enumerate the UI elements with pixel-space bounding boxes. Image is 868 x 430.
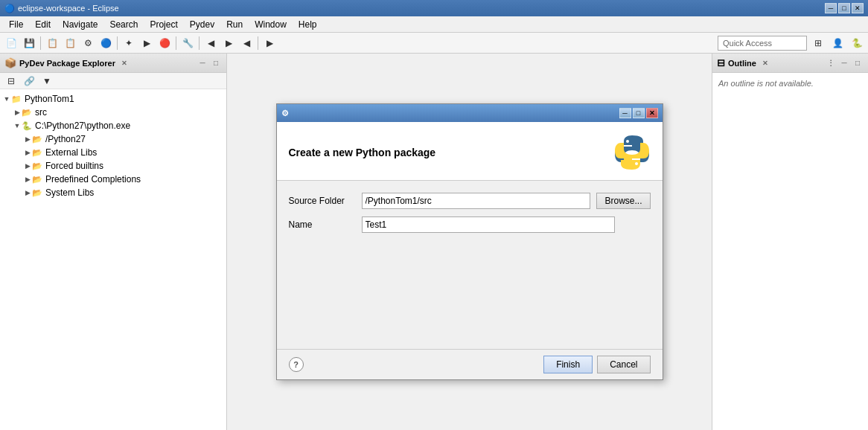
label-external-libs: External Libs — [45, 147, 97, 158]
finish-button[interactable]: Finish — [543, 356, 593, 373]
menu-file[interactable]: File — [3, 18, 29, 31]
dialog-title-bar-icon: ⚙ — [281, 109, 289, 118]
toolbar-btn-4[interactable]: 📋 — [62, 35, 78, 51]
outline-maximize-btn[interactable]: □ — [852, 57, 864, 69]
browse-button[interactable]: Browse... — [596, 193, 650, 209]
title-bar-left: 🔵 eclipse-workspace - Eclipse — [4, 4, 119, 13]
dialog-overlay: ⚙ ─ □ ✕ Create a new Python package — [227, 54, 712, 430]
outline-minimize-btn[interactable]: ─ — [838, 57, 850, 69]
collapse-all-btn[interactable]: ⊟ — [3, 73, 19, 89]
tree-item-python27[interactable]: ▶ 📂 /Python27 — [3, 132, 223, 146]
toolbar-icon-1[interactable]: 👤 — [829, 35, 846, 51]
toolbar-btn-7[interactable]: ✦ — [121, 35, 137, 51]
maximize-button[interactable]: □ — [838, 3, 850, 13]
toolbar-right: Quick Access ⊞ 👤 🐍 — [718, 35, 865, 51]
arrow-predefined: ▶ — [24, 176, 31, 183]
arrow-system-libs: ▶ — [24, 189, 31, 196]
panel-header-explorer: 📦 PyDev Package Explorer ✕ ─ □ — [0, 54, 226, 73]
tree-item-external-libs[interactable]: ▶ 📂 External Libs — [3, 146, 223, 159]
menu-window[interactable]: Window — [249, 18, 293, 31]
tree-item-predefined[interactable]: ▶ 📂 Predefined Completions — [3, 173, 223, 186]
explorer-tab-close[interactable]: ✕ — [121, 60, 127, 67]
toolbar-btn-9[interactable]: 🔧 — [179, 35, 196, 51]
menu-run[interactable]: Run — [220, 18, 249, 31]
dialog-maximize-btn[interactable]: □ — [633, 108, 645, 118]
menu-pydev[interactable]: Pydev — [184, 18, 220, 31]
explorer-icon: 📦 — [4, 57, 16, 68]
toolbar-btn-3[interactable]: 📋 — [44, 35, 60, 51]
menu-edit[interactable]: Edit — [29, 18, 57, 31]
source-folder-label: Source Folder — [289, 196, 356, 206]
view-menu-btn[interactable]: ▼ — [39, 73, 55, 89]
menu-search[interactable]: Search — [103, 18, 144, 31]
minimize-button[interactable]: ─ — [825, 3, 837, 13]
menu-help[interactable]: Help — [293, 18, 323, 31]
panel-minimize-btn[interactable]: ─ — [197, 57, 208, 69]
toolbar-sep-4 — [199, 36, 200, 50]
toolbar-sep-3 — [176, 36, 176, 50]
label-python27: /Python27 — [45, 134, 86, 144]
source-folder-input[interactable] — [362, 193, 591, 209]
package-explorer-tree: ▼ 📁 PythonTom1 ▶ 📂 src ▼ 🐍 C:\Python27\p… — [0, 89, 226, 430]
toolbar-btn-2[interactable]: 💾 — [21, 35, 37, 51]
dialog-title-bar: ⚙ ─ □ ✕ — [277, 104, 663, 122]
tree-item-src[interactable]: ▶ 📂 src — [3, 106, 223, 119]
perspectives-button[interactable]: ⊞ — [810, 35, 826, 51]
svg-point-1 — [635, 162, 638, 165]
toolbar-btn-13[interactable]: ▶ — [261, 35, 278, 51]
run-button[interactable]: ▶ — [138, 35, 155, 51]
icon-pythontom1: 📁 — [10, 93, 22, 105]
new-button[interactable]: 📄 — [3, 35, 19, 51]
toolbar-icon-2[interactable]: 🐍 — [849, 35, 865, 51]
main-layout: 📦 PyDev Package Explorer ✕ ─ □ ⊟ 🔗 ▼ ▼ 📁… — [0, 54, 868, 430]
menu-bar: File Edit Navigate Search Project Pydev … — [0, 16, 868, 33]
outline-icon: ⊟ — [717, 57, 725, 68]
dialog-body: Source Folder Browse... Name — [277, 181, 663, 349]
menu-navigate[interactable]: Navigate — [57, 18, 103, 31]
toolbar-sep-1 — [40, 36, 41, 50]
toolbar-btn-11[interactable]: ▶ — [220, 35, 237, 51]
outline-panel-controls: ⋮ ─ □ — [825, 57, 864, 69]
toolbar-btn-6[interactable]: 🔵 — [98, 35, 114, 51]
arrow-python27: ▶ — [24, 135, 31, 143]
icon-system-libs: 📂 — [31, 187, 43, 199]
icon-interpreter: 🐍 — [21, 120, 33, 132]
panel-maximize-btn[interactable]: □ — [210, 57, 222, 69]
help-button[interactable]: ? — [289, 357, 304, 372]
title-bar-controls: ─ □ ✕ — [825, 3, 864, 13]
python-logo — [613, 134, 651, 171]
name-row: Name — [289, 216, 651, 233]
panel-title-explorer: PyDev Package Explorer — [19, 59, 115, 68]
toolbar-btn-5[interactable]: ⚙ — [80, 35, 96, 51]
tree-item-forced-builtins[interactable]: ▶ 📂 Forced builtins — [3, 159, 223, 173]
quick-access-input[interactable]: Quick Access — [718, 36, 807, 51]
title-bar: 🔵 eclipse-workspace - Eclipse ─ □ ✕ — [0, 0, 868, 16]
label-predefined: Predefined Completions — [45, 174, 141, 184]
name-input[interactable] — [362, 216, 615, 233]
tree-item-system-libs[interactable]: ▶ 📂 System Libs — [3, 186, 223, 199]
dialog-close-btn[interactable]: ✕ — [646, 108, 658, 118]
tree-item-interpreter[interactable]: ▼ 🐍 C:\Python27\python.exe — [3, 119, 223, 132]
outline-tab-close[interactable]: ✕ — [762, 60, 768, 67]
arrow-forced-builtins: ▶ — [24, 162, 31, 170]
right-panel: ⊟ Outline ✕ ⋮ ─ □ An outline is not avai… — [712, 54, 868, 430]
icon-src: 📂 — [21, 106, 33, 118]
dialog-minimize-btn[interactable]: ─ — [619, 108, 631, 118]
panel-title-outline: Outline — [728, 59, 756, 68]
link-editor-btn[interactable]: 🔗 — [21, 73, 37, 89]
close-button[interactable]: ✕ — [852, 3, 864, 13]
icon-forced-builtins: 📂 — [31, 160, 43, 172]
panel-header-outline: ⊟ Outline ✕ ⋮ ─ □ — [712, 54, 868, 73]
menu-project[interactable]: Project — [144, 18, 183, 31]
tree-item-pythontom1[interactable]: ▼ 📁 PythonTom1 — [3, 92, 223, 106]
toolbar-sep-2 — [117, 36, 118, 50]
label-system-libs: System Libs — [45, 187, 94, 198]
label-src: src — [35, 107, 47, 118]
name-label: Name — [289, 219, 356, 230]
toolbar-btn-8[interactable]: 🔴 — [156, 35, 173, 51]
cancel-button[interactable]: Cancel — [597, 356, 650, 373]
outline-panel-menu[interactable]: ⋮ — [825, 57, 837, 69]
toolbar-btn-10[interactable]: ◀ — [202, 35, 219, 51]
app-icon: 🔵 — [4, 4, 15, 13]
toolbar-btn-12[interactable]: ◀ — [238, 35, 255, 51]
